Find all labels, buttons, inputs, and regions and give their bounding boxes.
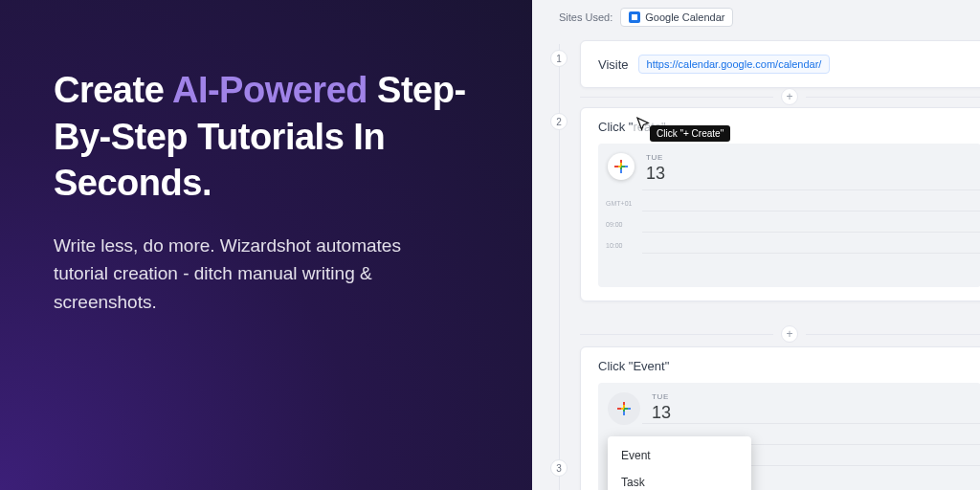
site-chip[interactable]: Google Calendar (620, 8, 733, 27)
step-timeline (559, 44, 561, 490)
add-step-separator-2: + (580, 325, 980, 343)
google-plus-icon (614, 160, 628, 173)
calendar-grid (642, 189, 980, 287)
headline-part-1: Create (54, 70, 172, 110)
hour-label: GMT+01 (606, 193, 632, 214)
google-plus-icon (617, 402, 631, 415)
gcal-create-dropdown[interactable]: Event Task (608, 436, 751, 490)
headline-accent: AI-Powered (172, 70, 368, 110)
step2-day-label: TUE (646, 153, 665, 162)
editor-preview: Sites Used: Google Calendar 1 2 3 Visite… (532, 0, 980, 490)
step1-url-chip[interactable]: https://calendar.google.com/calendar/ (638, 55, 831, 74)
dropdown-item-event[interactable]: Event (608, 442, 751, 469)
sites-used-label: Sites Used: (559, 11, 612, 23)
sites-used-row: Sites Used: Google Calendar (559, 8, 733, 27)
dropdown-item-task[interactable]: Task (608, 469, 751, 490)
step-number-2: 2 (550, 113, 568, 130)
add-step-button[interactable]: + (781, 325, 798, 343)
cursor-tooltip: Click "+ Create" (650, 125, 730, 142)
gcal-create-button[interactable] (608, 153, 635, 180)
step-number-1: 1 (550, 50, 568, 67)
step1-action-label: Visite (598, 57, 629, 72)
add-step-separator-1: + (580, 88, 980, 105)
step2-title-prefix: Click " (598, 120, 633, 134)
site-chip-label: Google Calendar (645, 11, 724, 23)
step2-day-number: 13 (646, 164, 665, 184)
step2-hour-labels: GMT+01 09:00 10:00 (606, 193, 632, 256)
step-number-3: 3 (550, 459, 568, 477)
headline: Create AI-Powered Step-By-Step Tutorials… (54, 67, 494, 207)
gcal-create-button[interactable] (608, 392, 640, 425)
step3-screenshot: TUE 13 Event Task (598, 383, 980, 490)
step3-day-number: 13 (652, 403, 671, 423)
step-card-2[interactable]: Click "reate" Click "+ Create" TUE 13 GM… (580, 107, 980, 301)
step3-day-label: TUE (652, 392, 671, 401)
hour-label: 09:00 (606, 214, 632, 235)
hero-panel: Create AI-Powered Step-By-Step Tutorials… (0, 0, 532, 490)
subheadline: Write less, do more. Wizardshot automate… (54, 232, 456, 316)
hour-label: 10:00 (606, 235, 632, 256)
step-card-1[interactable]: Visite https://calendar.google.com/calen… (580, 40, 980, 88)
step3-title: Click "Event" (598, 359, 980, 373)
step2-title: Click "reate" Click "+ Create" (598, 120, 980, 134)
step-card-3[interactable]: Click "Event" TUE 13 Event Task (580, 346, 980, 490)
step2-screenshot: TUE 13 GMT+01 09:00 10:00 (598, 144, 980, 287)
add-step-button[interactable]: + (781, 88, 798, 105)
google-calendar-icon (629, 11, 640, 23)
